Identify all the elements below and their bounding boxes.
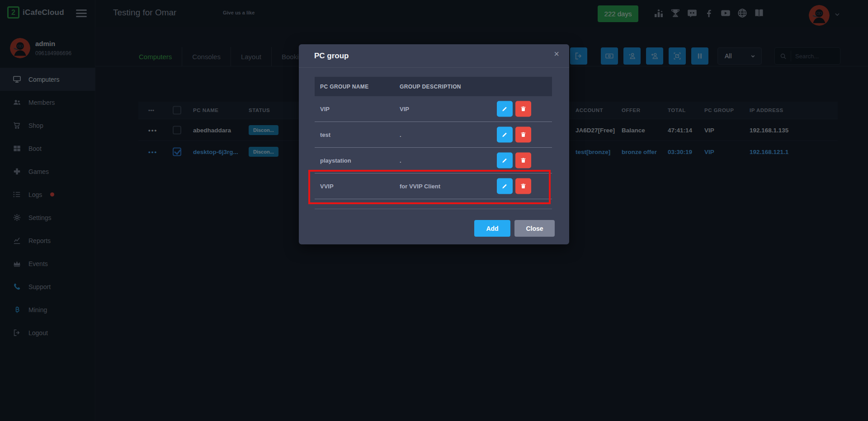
trash-icon (520, 183, 527, 190)
app-root: 2 iCafeCloud Testing for Omar Give us a … (0, 0, 868, 421)
modal-title: PC group (314, 51, 349, 61)
add-button[interactable]: Add (474, 220, 510, 237)
pc-group-row-playstation: playstation . (315, 148, 552, 173)
modal-header: PC group × (299, 44, 569, 68)
pencil-icon (501, 106, 508, 112)
trash-icon (520, 106, 527, 112)
pc-group-row-vvip: VVIP for VVIP Client (315, 173, 552, 199)
delete-group-button[interactable] (515, 178, 531, 194)
edit-group-button[interactable] (497, 153, 513, 168)
pc-group-table-header: PC GROUP NAME GROUP DESCRIPTION (315, 77, 552, 96)
pc-group-table: PC GROUP NAME GROUP DESCRIPTION VIP VIP … (315, 77, 552, 199)
pencil-icon (501, 183, 508, 190)
close-button[interactable]: Close (514, 220, 555, 237)
modal-footer: Add Close (474, 220, 555, 237)
pc-group-row-vip: VIP VIP (315, 96, 552, 122)
trash-icon (520, 157, 527, 164)
delete-group-button[interactable] (515, 127, 531, 143)
delete-group-button[interactable] (515, 153, 531, 168)
pc-group-modal: PC group × PC GROUP NAME GROUP DESCRIPTI… (299, 44, 569, 244)
table-bottom-divider (315, 209, 552, 209)
pc-group-row-test: test . (315, 122, 552, 148)
edit-group-button[interactable] (497, 178, 513, 194)
trash-icon (520, 131, 527, 138)
pencil-icon (501, 131, 508, 138)
delete-group-button[interactable] (515, 101, 531, 117)
pencil-icon (501, 157, 508, 164)
edit-group-button[interactable] (497, 127, 513, 143)
edit-group-button[interactable] (497, 101, 513, 117)
close-icon[interactable]: × (554, 49, 559, 58)
